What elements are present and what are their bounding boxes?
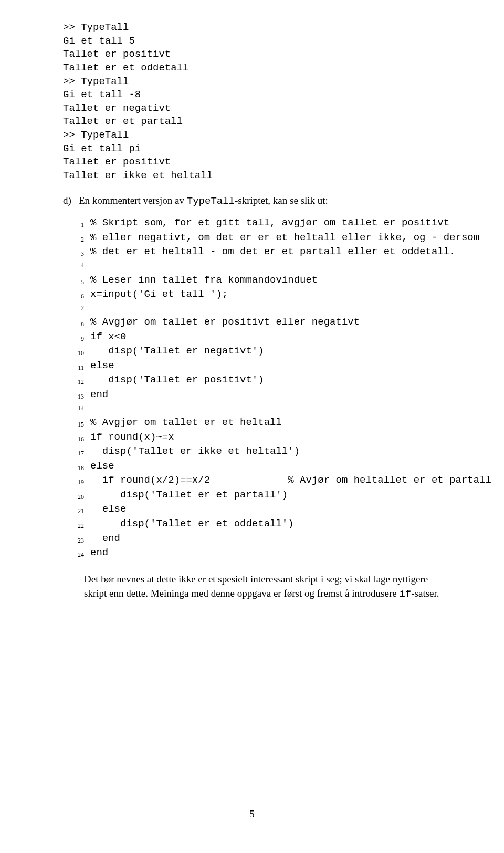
code-line: 6x=input('Gi et tall '); (68, 287, 454, 302)
closing-text-before: Det bør nevnes at dette ikke er et spesi… (84, 574, 428, 599)
code-text: % eller negativt, om det er er et heltal… (90, 231, 479, 245)
code-line: 4 (68, 259, 454, 273)
line-number: 22 (68, 522, 90, 530)
code-line: 16if round(x)~=x (68, 430, 454, 445)
code-line: 9if x<0 (68, 330, 454, 345)
code-line: 17 disp('Tallet er ikke et heltall') (68, 444, 454, 459)
code-line: 3% det er et heltall - om det er et part… (68, 245, 454, 259)
code-text: end (90, 532, 454, 546)
code-text: % Skript som, for et gitt tall, avgjør o… (90, 216, 454, 231)
line-number: 8 (68, 320, 90, 329)
line-number: 5 (68, 278, 90, 287)
closing-paragraph: Det bør nevnes at dette ikke er et spesi… (84, 572, 449, 602)
code-text: % Leser inn tallet fra kommandovinduet (90, 273, 454, 288)
item-d-label: d) (63, 193, 79, 209)
code-text: disp('Tallet er et oddetall') (90, 517, 454, 532)
code-text: disp('Tallet er ikke et heltall') (90, 444, 454, 459)
code-line: 24end (68, 546, 454, 560)
code-line: 19 if round(x/2)==x/2 % Avjør om heltall… (68, 473, 454, 488)
item-d-body: En kommentert versjon av TypeTall-skript… (79, 193, 454, 209)
line-number: 1 (68, 221, 90, 230)
item-d: d) En kommentert versjon av TypeTall-skr… (63, 193, 454, 209)
terminal-session: >> TypeTall Gi et tall 5 Tallet er posit… (63, 21, 454, 183)
code-line: 7 (68, 302, 454, 316)
code-line: 13end (68, 388, 454, 402)
code-line: 22 disp('Tallet er et oddetall') (68, 517, 454, 532)
line-number: 19 (68, 478, 90, 487)
code-text: else (90, 459, 454, 474)
closing-text-after: -satser. (411, 588, 439, 599)
code-line: 2% eller negativt, om det er er et helta… (68, 231, 454, 245)
line-number: 18 (68, 464, 90, 473)
item-d-text-before: En kommentert versjon av (79, 195, 187, 206)
code-line: 21 else (68, 502, 454, 517)
line-number: 24 (68, 550, 90, 559)
code-text: if round(x/2)==x/2 % Avjør om heltallet … (90, 473, 491, 488)
code-line: 15% Avgjør om tallet er et heltall (68, 415, 454, 430)
code-text: % Avgjør om tallet er positivt eller neg… (90, 315, 454, 330)
line-number: 3 (68, 249, 90, 258)
code-line: 12 disp('Tallet er positivt') (68, 373, 454, 388)
code-line: 5% Leser inn tallet fra kommandovinduet (68, 273, 454, 288)
line-number: 23 (68, 536, 90, 545)
code-text: end (90, 388, 454, 402)
code-text: else (90, 502, 454, 517)
code-text: disp('Tallet er et partall') (90, 488, 454, 503)
code-text: disp('Tallet er positivt') (90, 373, 454, 388)
line-number: 10 (68, 349, 90, 358)
code-text: else (90, 359, 454, 373)
line-number: 20 (68, 493, 90, 502)
line-number: 7 (68, 304, 90, 313)
code-line: 23 end (68, 532, 454, 546)
closing-tt: if (399, 588, 411, 600)
code-text: x=input('Gi et tall '); (90, 287, 454, 302)
line-number: 4 (68, 261, 90, 270)
line-number: 12 (68, 378, 90, 387)
line-number: 17 (68, 449, 90, 458)
line-number: 14 (68, 404, 90, 413)
line-number: 11 (68, 363, 90, 372)
page: >> TypeTall Gi et tall 5 Tallet er posit… (0, 0, 504, 853)
code-text: % Avgjør om tallet er et heltall (90, 415, 454, 430)
line-number: 6 (68, 292, 90, 301)
line-number: 2 (68, 235, 90, 244)
code-text: if round(x)~=x (90, 430, 454, 445)
code-line: 11else (68, 359, 454, 373)
line-number: 9 (68, 335, 90, 344)
code-line: 1% Skript som, for et gitt tall, avgjør … (68, 216, 454, 231)
line-number: 15 (68, 420, 90, 429)
code-line: 20 disp('Tallet er et partall') (68, 488, 454, 503)
code-line: 18else (68, 459, 454, 474)
code-text: end (90, 546, 454, 560)
code-line: 10 disp('Tallet er negativt') (68, 344, 454, 359)
code-text: disp('Tallet er negativt') (90, 344, 454, 359)
code-text: if x<0 (90, 330, 454, 345)
item-d-tt: TypeTall (187, 195, 235, 207)
item-d-text-after: -skriptet, kan se slik ut: (235, 195, 328, 206)
code-listing: 1% Skript som, for et gitt tall, avgjør … (68, 216, 454, 560)
code-line: 8% Avgjør om tallet er positivt eller ne… (68, 315, 454, 330)
code-line: 14 (68, 402, 454, 416)
page-number: 5 (0, 807, 504, 821)
line-number: 13 (68, 392, 90, 401)
code-text: % det er et heltall - om det er et parta… (90, 245, 456, 259)
line-number: 21 (68, 507, 90, 516)
line-number: 16 (68, 435, 90, 444)
